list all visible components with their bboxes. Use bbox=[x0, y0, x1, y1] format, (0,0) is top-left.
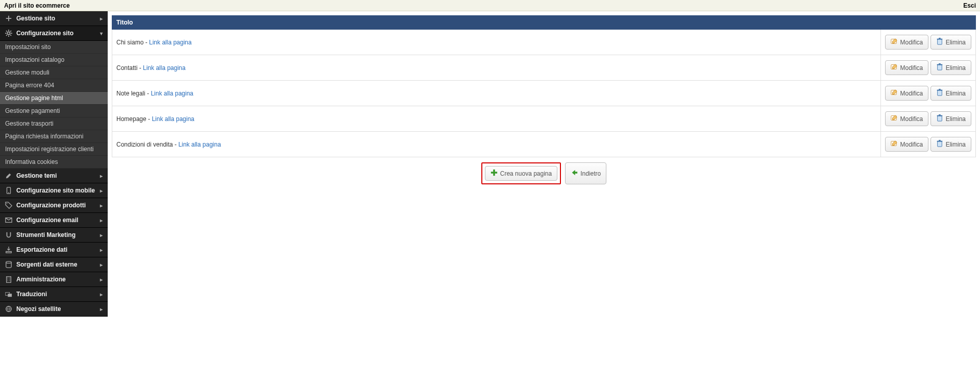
sidebar-group-2[interactable]: Gestione temi▸ bbox=[0, 169, 108, 183]
page-link[interactable]: Link alla pagina bbox=[149, 39, 191, 46]
create-page-label: Crea nuova pagina bbox=[500, 170, 552, 177]
sidebar-item-3[interactable]: Pagina errore 404 bbox=[0, 79, 108, 92]
sidebar-group-1[interactable]: Configurazione sito▾ bbox=[0, 26, 108, 41]
svg-point-0 bbox=[7, 32, 10, 34]
page-link[interactable]: Link alla pagina bbox=[143, 64, 185, 71]
delete-label: Elimina bbox=[946, 39, 966, 46]
sidebar-item-8[interactable]: Impostazioni registrazione clienti bbox=[0, 143, 108, 156]
sidebar-group-9[interactable]: Amministrazione▸ bbox=[0, 272, 108, 287]
edit-icon bbox=[891, 63, 898, 72]
chevron-right-icon: ▸ bbox=[100, 188, 103, 194]
back-button[interactable]: Indietro bbox=[565, 162, 606, 184]
svg-rect-21 bbox=[939, 114, 941, 115]
topbar: Apri il sito ecommerce Esci bbox=[0, 0, 980, 11]
building-icon bbox=[5, 276, 12, 283]
delete-label: Elimina bbox=[946, 64, 966, 71]
page-link[interactable]: Link alla pagina bbox=[152, 115, 194, 123]
table-row: Chi siamo - Link alla paginaModifica Eli… bbox=[112, 30, 976, 55]
row-title-cell: Condizioni di vendita - Link alla pagina bbox=[112, 132, 881, 157]
chevron-right-icon: ▸ bbox=[100, 218, 103, 223]
sidebar-group-6[interactable]: Strumenti Marketing▸ bbox=[0, 228, 108, 243]
row-title-cell: Homepage - Link alla pagina bbox=[112, 106, 881, 132]
edit-button[interactable]: Modifica bbox=[885, 137, 929, 152]
sidebar-group-label: Negozi satellite bbox=[16, 305, 61, 313]
delete-button[interactable]: Elimina bbox=[930, 35, 971, 50]
row-title-cell: Contatti - Link alla pagina bbox=[112, 55, 881, 81]
chevron-right-icon: ▸ bbox=[100, 203, 103, 208]
globe-icon bbox=[5, 305, 12, 313]
table-header-title: Titolo bbox=[112, 16, 881, 30]
sidebar-submenu: Impostazioni sitoImpostazioni catalogoGe… bbox=[0, 41, 108, 169]
svg-rect-8 bbox=[8, 294, 12, 297]
trash-icon bbox=[936, 38, 943, 46]
arrow-left-icon bbox=[571, 169, 578, 178]
chevron-right-icon: ▸ bbox=[100, 232, 103, 238]
table-row: Condizioni di vendita - Link alla pagina… bbox=[112, 132, 976, 157]
export-icon bbox=[5, 246, 12, 253]
sidebar-group-7[interactable]: Esportazione dati▸ bbox=[0, 243, 108, 257]
open-site-link[interactable]: Apri il sito ecommerce bbox=[4, 2, 70, 9]
row-actions: Modifica Elimina bbox=[880, 132, 975, 157]
row-title: Homepage bbox=[116, 115, 146, 123]
svg-rect-24 bbox=[939, 140, 941, 141]
chevron-right-icon: ▸ bbox=[100, 247, 103, 253]
sidebar-group-label: Gestione sito bbox=[16, 15, 55, 22]
sidebar-group-label: Gestione temi bbox=[16, 172, 57, 179]
row-title: Note legali bbox=[116, 90, 145, 97]
sidebar-item-2[interactable]: Gestione moduli bbox=[0, 66, 108, 79]
sidebar-group-5[interactable]: Configurazione email▸ bbox=[0, 213, 108, 228]
page-link[interactable]: Link alla pagina bbox=[151, 90, 193, 97]
row-title: Chi siamo bbox=[116, 39, 143, 46]
sidebar-item-4[interactable]: Gestione pagine html bbox=[0, 92, 108, 105]
chevron-right-icon: ▸ bbox=[100, 277, 103, 282]
gear-icon bbox=[5, 30, 12, 37]
delete-button[interactable]: Elimina bbox=[930, 137, 971, 152]
sidebar-group-4[interactable]: Configurazione prodotti▸ bbox=[0, 198, 108, 213]
back-label: Indietro bbox=[580, 170, 601, 177]
row-title: Condizioni di vendita bbox=[116, 141, 173, 148]
svg-rect-18 bbox=[939, 89, 941, 90]
sidebar-group-0[interactable]: Gestione sito▸ bbox=[0, 11, 108, 26]
svg-rect-15 bbox=[939, 63, 941, 64]
edit-button[interactable]: Modifica bbox=[885, 111, 929, 126]
sidebar-group-11[interactable]: Negozi satellite▸ bbox=[0, 302, 108, 317]
row-actions: Modifica Elimina bbox=[880, 55, 975, 81]
mail-icon bbox=[5, 217, 12, 224]
delete-label: Elimina bbox=[946, 115, 966, 123]
sidebar-group-label: Configurazione sito mobile bbox=[16, 187, 95, 194]
logout-link[interactable]: Esci bbox=[963, 2, 976, 9]
sidebar-group-8[interactable]: Sorgenti dati esterne▸ bbox=[0, 257, 108, 272]
trash-icon bbox=[936, 114, 943, 123]
sidebar-item-5[interactable]: Gestione pagamenti bbox=[0, 105, 108, 117]
sidebar-item-7[interactable]: Pagina richiesta informazioni bbox=[0, 130, 108, 143]
lang-icon bbox=[5, 291, 12, 298]
sidebar-group-label: Configurazione email bbox=[16, 217, 78, 224]
row-title-cell: Chi siamo - Link alla pagina bbox=[112, 30, 881, 55]
sidebar-group-label: Sorgenti dati esterne bbox=[16, 261, 77, 268]
magnet-icon bbox=[5, 231, 12, 238]
edit-button[interactable]: Modifica bbox=[885, 60, 929, 75]
sidebar-item-1[interactable]: Impostazioni catalogo bbox=[0, 54, 108, 66]
sidebar-group-label: Traduzioni bbox=[16, 291, 47, 298]
sidebar-item-0[interactable]: Impostazioni sito bbox=[0, 41, 108, 54]
sidebar-item-6[interactable]: Gestione trasporti bbox=[0, 117, 108, 130]
edit-label: Modifica bbox=[900, 90, 923, 97]
edit-button[interactable]: Modifica bbox=[885, 35, 929, 50]
delete-button[interactable]: Elimina bbox=[930, 86, 971, 101]
db-icon bbox=[5, 261, 12, 268]
page-link[interactable]: Link alla pagina bbox=[178, 141, 220, 148]
delete-button[interactable]: Elimina bbox=[930, 60, 971, 75]
row-actions: Modifica Elimina bbox=[880, 106, 975, 132]
sidebar-group-3[interactable]: Configurazione sito mobile▸ bbox=[0, 183, 108, 198]
delete-button[interactable]: Elimina bbox=[930, 111, 971, 126]
plus-icon bbox=[491, 169, 498, 178]
svg-rect-17 bbox=[937, 90, 942, 91]
sidebar-item-9[interactable]: Informativa cookies bbox=[0, 156, 108, 169]
edit-button[interactable]: Modifica bbox=[885, 86, 929, 101]
svg-rect-6 bbox=[7, 277, 11, 282]
edit-label: Modifica bbox=[900, 115, 923, 123]
trash-icon bbox=[936, 63, 943, 72]
brush-icon bbox=[5, 172, 12, 179]
sidebar-group-10[interactable]: Traduzioni▸ bbox=[0, 287, 108, 302]
create-page-button[interactable]: Crea nuova pagina bbox=[485, 166, 557, 181]
